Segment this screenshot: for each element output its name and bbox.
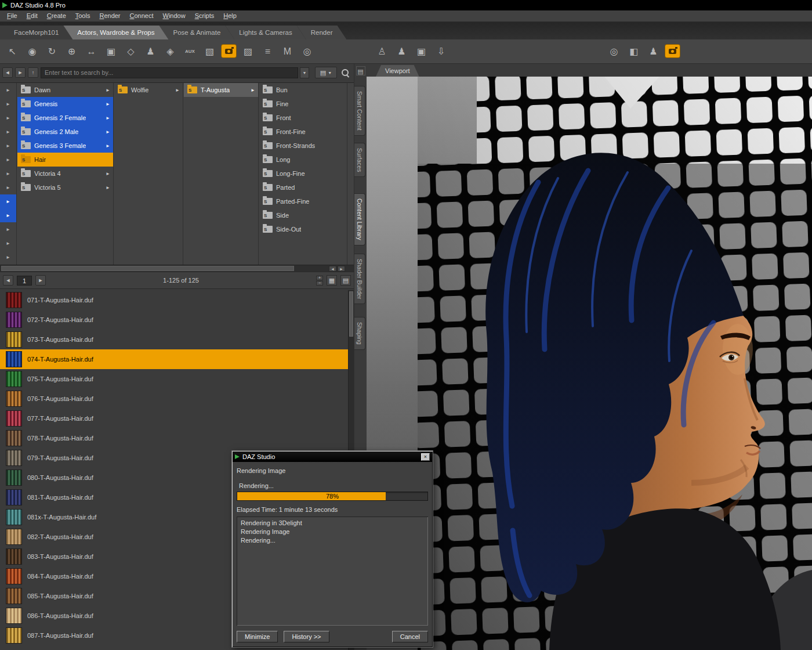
tree-expand-cell[interactable]: ►	[0, 208, 16, 222]
select-tool-icon[interactable]: ↖	[5, 44, 20, 59]
history-button[interactable]: History >>	[284, 631, 329, 642]
tree-folder-row[interactable]: S Side	[259, 208, 347, 222]
view-options-button[interactable]: ▤ ▼	[315, 67, 337, 78]
tree-expand-cell[interactable]: ►	[0, 83, 16, 97]
surface-select-tool-icon[interactable]: ◉	[24, 44, 40, 59]
duplicate-icon[interactable]: ▣	[414, 44, 429, 59]
file-item[interactable]: 078-T-Augusta-Hair.duf	[0, 428, 348, 448]
menu-item[interactable]: Edit	[22, 10, 42, 21]
orbit-view-icon[interactable]: ◎	[606, 44, 622, 59]
file-item[interactable]: 073-T-Augusta-Hair.duf	[0, 330, 348, 349]
side-tab[interactable]: Content Library	[354, 193, 365, 245]
dialog-title-bar[interactable]: DAZ Studio ×	[233, 452, 432, 462]
workspace-tab[interactable]: FaceMorph101	[0, 26, 72, 39]
tree-folder-row[interactable]: S Parted	[259, 180, 347, 194]
tree-folder-row[interactable]: S Genesis 2 Male ►	[17, 125, 113, 139]
node-tool-icon[interactable]: ◇	[123, 44, 139, 59]
add-figure-icon[interactable]: ♙	[374, 44, 390, 59]
morphs-icon[interactable]: M	[280, 44, 295, 59]
cube-view-icon[interactable]: ◧	[626, 44, 641, 59]
expand-arrow-icon[interactable]: ►	[106, 143, 111, 149]
increase-size-button[interactable]: +	[316, 276, 323, 280]
file-item[interactable]: 077-T-Augusta-Hair.duf	[0, 409, 348, 428]
tree-expand-cell[interactable]: ►	[0, 167, 16, 180]
tree-expand-cell[interactable]: ►	[0, 97, 16, 111]
tree-expand-cell[interactable]: ►	[0, 222, 16, 236]
search-dropdown-icon[interactable]: ▼	[300, 67, 309, 78]
side-tab[interactable]: Smart Content	[354, 86, 365, 136]
tree-folder-row[interactable]: S Victoria 4 ►	[17, 167, 113, 180]
texture-view-icon[interactable]: ▧	[202, 44, 217, 59]
expand-arrow-icon[interactable]: ►	[106, 102, 111, 107]
spot-render-tool-icon[interactable]: ◈	[162, 44, 178, 59]
tree-expand-cell[interactable]: ►	[0, 153, 16, 167]
tree-expand-cell[interactable]: ►	[0, 111, 16, 125]
menu-item[interactable]: Help	[219, 10, 241, 21]
wardrobe-icon[interactable]: ♟	[394, 44, 409, 59]
tree-folder-row[interactable]: S Parted-Fine	[259, 194, 347, 208]
menu-item[interactable]: Window	[158, 10, 190, 21]
aux-viewport-icon[interactable]: AUX	[182, 44, 198, 59]
menu-item[interactable]: Create	[42, 10, 71, 21]
menu-item[interactable]: Tools	[71, 10, 95, 21]
close-icon[interactable]: ×	[421, 453, 430, 461]
transfer-down-icon[interactable]: ⇩	[433, 44, 449, 59]
quick-render-icon[interactable]	[665, 45, 680, 57]
tree-folder-row[interactable]: S Genesis ►	[17, 97, 113, 111]
tree-expand-cell[interactable]: ►	[0, 236, 16, 250]
tree-folder-row[interactable]: S Side-Out	[259, 222, 347, 236]
tree-folder-row[interactable]: S Front-Fine	[259, 125, 347, 139]
expand-arrow-icon[interactable]: ►	[106, 129, 111, 135]
viewport-tab[interactable]: Viewport	[376, 65, 419, 77]
menu-item[interactable]: Connect	[125, 10, 158, 21]
viewport-canvas[interactable]	[367, 77, 812, 650]
list-view-button[interactable]: ▤	[340, 275, 351, 286]
file-item[interactable]: 074-T-Augusta-Hair.duf	[0, 349, 348, 369]
file-item[interactable]: 072-T-Augusta-Hair.duf	[0, 310, 348, 330]
menu-item[interactable]: Scripts	[190, 10, 219, 21]
search-icon[interactable]	[339, 67, 351, 78]
tree-folder-row[interactable]: S Dawn ►	[17, 83, 113, 97]
tree-folder-row[interactable]: S Long-Fine	[259, 167, 347, 180]
scrollbar-thumb[interactable]	[349, 291, 353, 337]
expand-arrow-icon[interactable]: ►	[106, 185, 111, 190]
shader-icon[interactable]: ▨	[240, 44, 256, 59]
scale-tool-icon[interactable]: ▣	[103, 44, 119, 59]
side-tab[interactable]: Shader Builder	[354, 254, 365, 304]
panel-toggle-icon[interactable]: ▤	[356, 66, 365, 75]
tree-expand-cell[interactable]: ►	[0, 125, 16, 139]
forward-button[interactable]: ►	[15, 67, 26, 78]
tree-folder-row[interactable]: S Front-Strands	[259, 139, 347, 153]
tree-folder-row[interactable]: S Hair	[17, 153, 113, 167]
file-item[interactable]: 071-T-Augusta-Hair.duf	[0, 290, 348, 310]
tree-expand-cell[interactable]: ►	[0, 139, 16, 153]
workspace-tab[interactable]: Pose & Animate	[160, 26, 235, 39]
up-button[interactable]: ↑	[28, 67, 38, 78]
file-item[interactable]: 076-T-Augusta-Hair.duf	[0, 389, 348, 409]
figures-icon[interactable]: ♟	[646, 44, 661, 59]
tree-folder-row[interactable]: S Victoria 5 ►	[17, 180, 113, 194]
minimize-button[interactable]: Minimize	[237, 631, 278, 642]
menu-item[interactable]: File	[2, 10, 22, 21]
scroll-left-icon[interactable]: ◄	[329, 266, 336, 272]
translate-tool-icon[interactable]: ↔	[84, 44, 99, 59]
tree-expand-cell[interactable]: ►	[0, 194, 16, 208]
search-input[interactable]	[41, 67, 298, 78]
back-button[interactable]: ◄	[2, 67, 13, 78]
universal-tool-icon[interactable]: ⊕	[64, 44, 79, 59]
expand-arrow-icon[interactable]: ►	[106, 115, 111, 121]
rotate-tool-icon[interactable]: ↻	[44, 44, 60, 59]
tree-folder-row[interactable]: S Long	[259, 153, 347, 167]
expand-arrow-icon[interactable]: ►	[106, 171, 111, 176]
tree-folder-row[interactable]: S Bun	[259, 83, 347, 97]
tree-folder-row[interactable]: S Wolfie ►	[114, 83, 183, 97]
aim-icon[interactable]: ◎	[299, 44, 315, 59]
scrollbar-thumb[interactable]	[1, 266, 294, 271]
side-tab[interactable]: Shaping	[354, 317, 365, 350]
tree-folder-row[interactable]: S Front	[259, 111, 347, 125]
cancel-button[interactable]: Cancel	[392, 631, 428, 642]
tree-folder-row[interactable]: S Genesis 2 Female ►	[17, 111, 113, 125]
figure-tool-icon[interactable]: ♟	[143, 44, 158, 59]
tree-folder-row[interactable]: S Genesis 3 Female ►	[17, 139, 113, 153]
grid-view-button[interactable]: ▦	[327, 275, 337, 286]
